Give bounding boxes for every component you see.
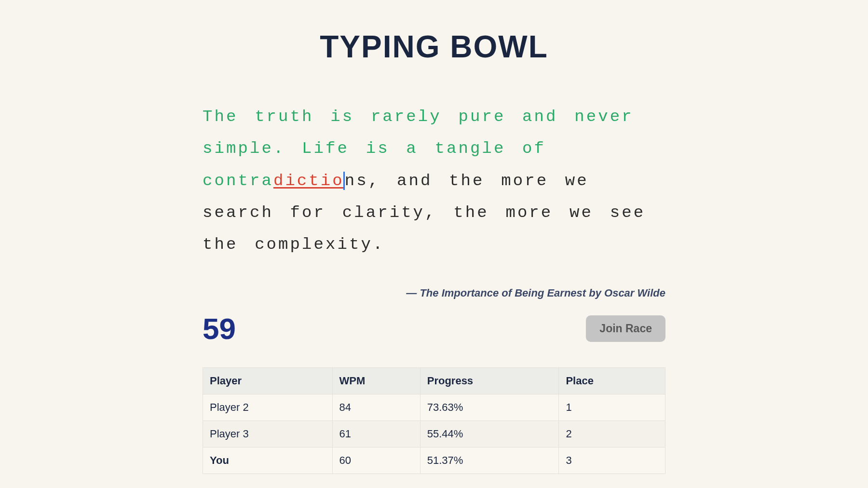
- cell-wpm: 61: [332, 421, 420, 447]
- cell-place: 1: [559, 394, 665, 421]
- typed-error-text: dictio: [273, 172, 344, 190]
- header-player: Player: [203, 368, 333, 394]
- cell-player: Player 3: [203, 421, 333, 447]
- cell-player: Player 2: [203, 394, 333, 421]
- header-place: Place: [559, 368, 665, 394]
- header-wpm: WPM: [332, 368, 420, 394]
- join-race-button[interactable]: Join Race: [586, 315, 665, 342]
- table-row: Player 36155.44%2: [203, 421, 665, 447]
- cell-wpm: 84: [332, 394, 420, 421]
- cell-place: 3: [559, 447, 665, 474]
- cell-progress: 51.37%: [420, 447, 559, 474]
- wpm-counter: 59: [203, 312, 236, 346]
- leaderboard-table: Player WPM Progress Place Player 28473.6…: [203, 367, 665, 474]
- cell-progress: 55.44%: [420, 421, 559, 447]
- header-progress: Progress: [420, 368, 559, 394]
- cell-wpm: 60: [332, 447, 420, 474]
- typing-area[interactable]: The truth is rarely pure and never simpl…: [203, 101, 665, 260]
- cell-place: 2: [559, 421, 665, 447]
- cell-progress: 73.63%: [420, 394, 559, 421]
- table-row: Player 28473.63%1: [203, 394, 665, 421]
- app-title: TYPING BOWL: [203, 0, 665, 101]
- cell-player: You: [203, 447, 333, 474]
- table-row: You6051.37%3: [203, 447, 665, 474]
- passage-attribution: — The Importance of Being Earnest by Osc…: [203, 287, 665, 299]
